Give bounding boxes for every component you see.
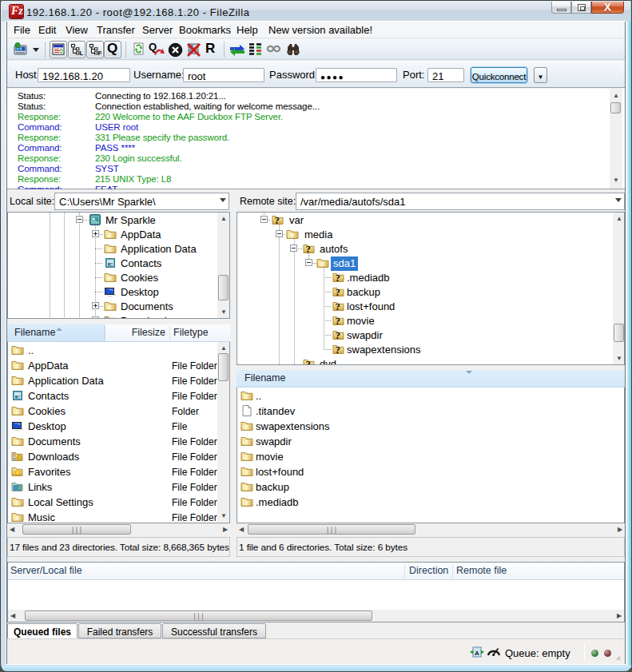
svg-text:A: A — [475, 650, 479, 657]
svg-text:F: F — [98, 50, 102, 56]
svg-text:L: L — [80, 50, 84, 56]
